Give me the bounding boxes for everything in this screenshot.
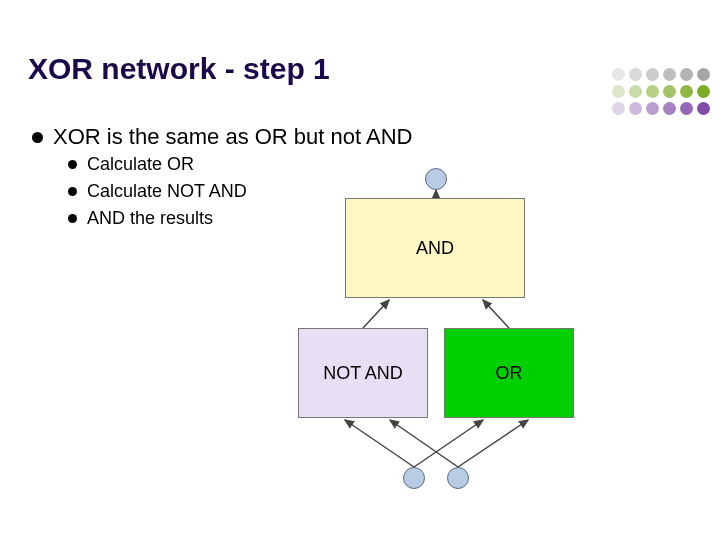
xor-network-diagram: AND NOT AND OR [0,0,720,540]
or-gate-label: OR [496,363,523,384]
input-node-1 [403,467,425,489]
not-and-gate-label: NOT AND [323,363,403,384]
svg-line-3 [345,420,414,467]
not-and-gate-box: NOT AND [298,328,428,418]
svg-line-5 [390,420,458,467]
input-node-2 [447,467,469,489]
svg-line-6 [458,420,528,467]
svg-line-4 [414,420,483,467]
svg-line-1 [363,300,389,328]
svg-line-2 [483,300,509,328]
and-gate-box: AND [345,198,525,298]
output-node [425,168,447,190]
and-gate-label: AND [416,238,454,259]
or-gate-box: OR [444,328,574,418]
